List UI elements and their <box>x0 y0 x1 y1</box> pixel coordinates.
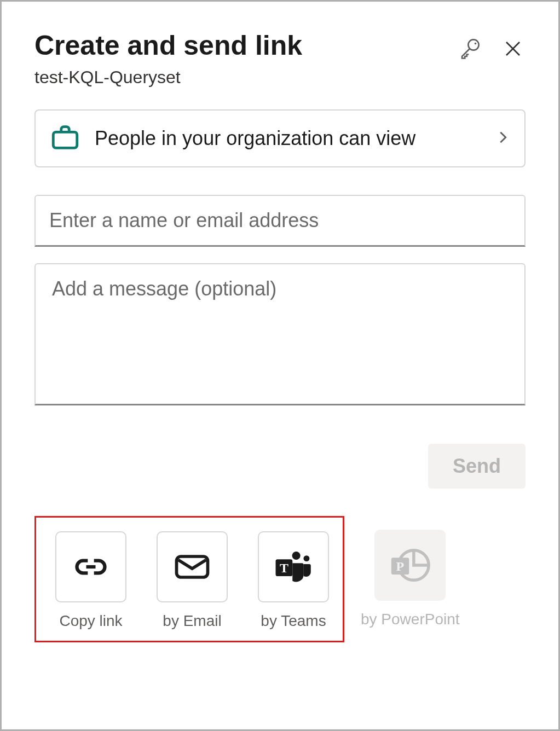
dialog-header: Create and send link test-KQL-Queryset <box>34 29 526 88</box>
svg-point-8 <box>292 552 301 560</box>
chevron-right-icon <box>495 130 511 147</box>
permission-text: People in your organization can view <box>95 125 482 152</box>
share-options-row: Copy link by Email T <box>34 516 526 642</box>
header-icons <box>455 34 526 65</box>
svg-text:P: P <box>396 559 405 573</box>
email-icon <box>171 546 213 588</box>
permission-selector[interactable]: People in your organization can view <box>34 109 526 167</box>
by-email-label: by Email <box>163 612 221 630</box>
key-button[interactable] <box>455 34 484 65</box>
dialog-subtitle: test-KQL-Queryset <box>34 67 455 88</box>
by-powerpoint-option[interactable]: P by PowerPoint <box>361 516 460 628</box>
copy-link-icon-box <box>55 531 126 602</box>
key-icon <box>458 37 481 60</box>
by-teams-label: by Teams <box>261 612 326 630</box>
powerpoint-icon-box: P <box>374 530 446 601</box>
send-button[interactable]: Send <box>428 444 526 489</box>
dialog-title: Create and send link <box>34 29 455 62</box>
copy-link-label: Copy link <box>59 612 122 630</box>
by-teams-option[interactable]: T by Teams <box>258 531 329 630</box>
svg-rect-4 <box>53 132 77 148</box>
close-icon <box>503 39 523 59</box>
by-email-option[interactable]: by Email <box>157 531 228 630</box>
svg-text:T: T <box>280 561 288 575</box>
svg-point-1 <box>475 43 477 45</box>
by-powerpoint-label: by PowerPoint <box>361 611 460 628</box>
recipient-input[interactable] <box>34 195 526 247</box>
highlight-box: Copy link by Email T <box>34 516 344 642</box>
email-icon-box <box>157 531 228 602</box>
copy-link-option[interactable]: Copy link <box>55 531 126 630</box>
teams-icon-box: T <box>258 531 329 602</box>
teams-icon: T <box>271 544 316 589</box>
message-input[interactable] <box>34 263 526 405</box>
link-icon <box>72 548 109 585</box>
close-button[interactable] <box>500 36 526 63</box>
briefcase-icon <box>49 121 81 155</box>
svg-point-0 <box>468 39 478 50</box>
powerpoint-icon: P <box>388 543 432 588</box>
send-row: Send <box>34 444 526 489</box>
header-text-block: Create and send link test-KQL-Queryset <box>34 29 455 88</box>
svg-point-9 <box>303 555 309 561</box>
